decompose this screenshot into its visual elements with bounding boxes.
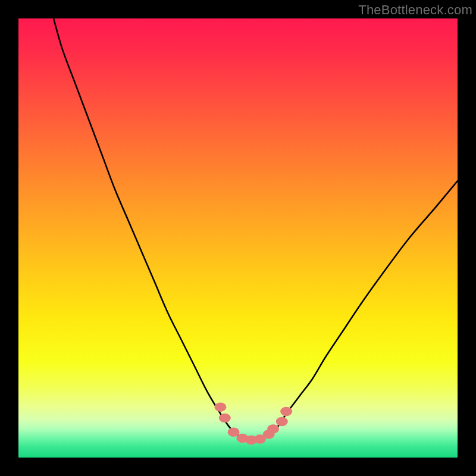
svg-rect-0: [18, 18, 458, 458]
watermark-text: TheBottleneck.com: [358, 2, 472, 18]
plot-area: [18, 18, 458, 458]
background-gradient: [18, 18, 458, 458]
chart-frame: TheBottleneck.com: [0, 0, 476, 476]
